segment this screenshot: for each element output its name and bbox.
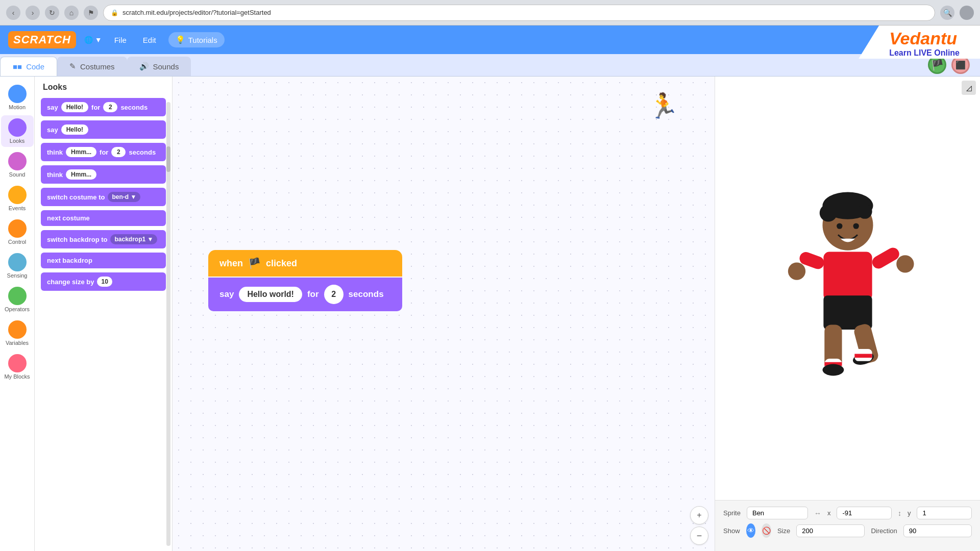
stage-canvas: ◿ xyxy=(715,77,980,500)
next-costume-label: next costume xyxy=(47,214,90,222)
next-backdrop-label: next backdrop xyxy=(47,257,92,264)
svg-point-3 xyxy=(857,204,872,219)
category-myblocks[interactable]: My Blocks xyxy=(1,351,34,383)
direction-value-input[interactable] xyxy=(903,524,972,537)
script-area[interactable]: 🏃 when 🏴 clicked say Hello world! for 2 … xyxy=(173,77,715,551)
home-button[interactable]: ⌂ xyxy=(64,6,79,20)
props-row-1: Sprite ↔ x ↕ y xyxy=(723,507,972,519)
say-for-num[interactable]: 2 xyxy=(103,102,117,112)
change-size-num[interactable]: 10 xyxy=(97,277,112,287)
when-label: when xyxy=(219,258,243,269)
direction-label: Direction xyxy=(871,527,897,535)
svg-point-2 xyxy=(819,204,837,221)
brush-icon: ✎ xyxy=(69,62,76,71)
back-button[interactable]: ‹ xyxy=(6,6,20,20)
motion-label: Motion xyxy=(9,104,26,110)
block-think[interactable]: think Hmm... xyxy=(41,165,166,184)
blocks-palette: Looks say Hello! for 2 seconds say Hello… xyxy=(35,77,173,551)
sprite-name-input[interactable] xyxy=(747,507,808,519)
category-sound[interactable]: Sound xyxy=(1,149,34,181)
svg-point-16 xyxy=(822,364,844,376)
say-hello: Hello! xyxy=(61,124,88,135)
language-selector[interactable]: 🌐 ▼ xyxy=(84,36,102,44)
svg-rect-6 xyxy=(823,252,872,300)
category-sensing[interactable]: Sensing xyxy=(1,250,34,282)
motion-circle xyxy=(8,85,27,103)
vedantu-overlay: Vedantu Learn LIVE Online xyxy=(859,26,980,59)
sprite-properties: Sprite ↔ x ↕ y Show 👁 🚫 Size Direction xyxy=(715,500,980,551)
category-operators[interactable]: Operators xyxy=(1,284,34,315)
y-label: y xyxy=(908,509,911,517)
tab-costumes[interactable]: ✎ Costumes xyxy=(57,57,127,76)
think-for-num[interactable]: 2 xyxy=(111,147,126,157)
switch-backdrop-dropdown[interactable]: backdrop1 ▼ xyxy=(110,234,157,244)
block-change-size[interactable]: change size by 10 xyxy=(41,272,166,291)
switch-costume-label: switch costume to xyxy=(47,193,105,201)
category-events[interactable]: Events xyxy=(1,183,34,214)
block-switch-backdrop[interactable]: switch backdrop to backdrop1 ▼ xyxy=(41,230,166,248)
forward-button[interactable]: › xyxy=(26,6,40,20)
scrollbar-thumb[interactable] xyxy=(166,146,170,172)
think-for-think: think xyxy=(47,148,63,156)
tab-costumes-label: Costumes xyxy=(80,62,115,71)
for-script-label: for xyxy=(307,289,319,299)
bookmark-button[interactable]: ⚑ xyxy=(84,6,98,20)
show-label: Show xyxy=(723,527,740,535)
stop-icon: ⬛ xyxy=(955,60,966,70)
show-hidden-button[interactable]: 🚫 xyxy=(762,523,771,538)
tab-code[interactable]: ■■ Code xyxy=(0,57,57,76)
block-next-backdrop[interactable]: next backdrop xyxy=(41,253,166,268)
zoom-in-button[interactable]: + xyxy=(690,506,708,524)
tab-sounds[interactable]: 🔊 Sounds xyxy=(127,57,191,76)
say-script-label: say xyxy=(219,289,234,299)
tab-code-label: Code xyxy=(26,62,44,71)
block-next-costume[interactable]: next costume xyxy=(41,210,166,226)
x-value-input[interactable] xyxy=(837,507,892,519)
size-value-input[interactable] xyxy=(796,524,865,537)
profile-avatar[interactable] xyxy=(960,6,974,20)
scratch-logo[interactable]: SCRATCH xyxy=(8,31,76,48)
control-label: Control xyxy=(8,239,26,245)
category-variables[interactable]: Variables xyxy=(1,317,34,349)
lock-icon: 🔒 xyxy=(111,9,118,16)
url-bar[interactable]: 🔒 scratch.mit.edu/projects/editor/?tutor… xyxy=(103,5,935,21)
operators-circle xyxy=(8,287,27,305)
say-block-script[interactable]: say Hello world! for 2 seconds xyxy=(208,278,402,311)
edit-menu[interactable]: Edit xyxy=(139,34,160,46)
sprite-label: Sprite xyxy=(723,509,741,517)
reload-button[interactable]: ↻ xyxy=(45,6,59,20)
tab-row: ■■ Code ✎ Costumes 🔊 Sounds 🏴 ⬛ xyxy=(0,54,980,77)
y-value-input[interactable] xyxy=(917,507,972,519)
size-label: Size xyxy=(777,527,790,535)
speaker-icon: 🔊 xyxy=(139,62,149,71)
event-block[interactable]: when 🏴 clicked xyxy=(208,250,402,277)
block-say-for[interactable]: say Hello! for 2 seconds xyxy=(41,98,166,116)
x-arrow-icon: ↔ xyxy=(814,509,821,517)
tutorials-button[interactable]: 💡 Tutorials xyxy=(168,32,225,47)
fullscreen-button[interactable]: ◿ xyxy=(962,81,976,95)
file-menu[interactable]: File xyxy=(110,34,131,46)
say-for-seconds: seconds xyxy=(120,104,148,111)
props-row-2: Show 👁 🚫 Size Direction xyxy=(723,523,972,538)
block-switch-costume[interactable]: switch costume to ben-d ▼ xyxy=(41,188,166,206)
category-looks[interactable]: Looks xyxy=(1,115,34,147)
show-visible-button[interactable]: 👁 xyxy=(746,523,756,538)
say-for-say: say xyxy=(47,104,58,111)
zoom-controls: + − xyxy=(690,506,708,545)
events-circle xyxy=(8,186,27,204)
switch-costume-dropdown[interactable]: ben-d ▼ xyxy=(108,192,140,202)
category-control[interactable]: Control xyxy=(1,216,34,248)
seconds-num-input[interactable]: 2 xyxy=(324,285,344,304)
think-hmm: Hmm... xyxy=(66,169,96,180)
say-value-input[interactable]: Hello world! xyxy=(239,287,302,302)
zoom-out-button[interactable]: − xyxy=(690,527,708,545)
myblocks-label: My Blocks xyxy=(4,373,30,380)
block-say[interactable]: say Hello! xyxy=(41,120,166,139)
block-think-for[interactable]: think Hmm... for 2 seconds xyxy=(41,143,166,161)
category-motion[interactable]: Motion xyxy=(1,82,34,113)
url-text: scratch.mit.edu/projects/editor/?tutoria… xyxy=(122,9,271,16)
looks-label: Looks xyxy=(10,138,24,144)
green-flag-icon: 🏴 xyxy=(931,59,944,71)
palette-title: Looks xyxy=(41,83,166,92)
search-button[interactable]: 🔍 xyxy=(940,6,954,20)
